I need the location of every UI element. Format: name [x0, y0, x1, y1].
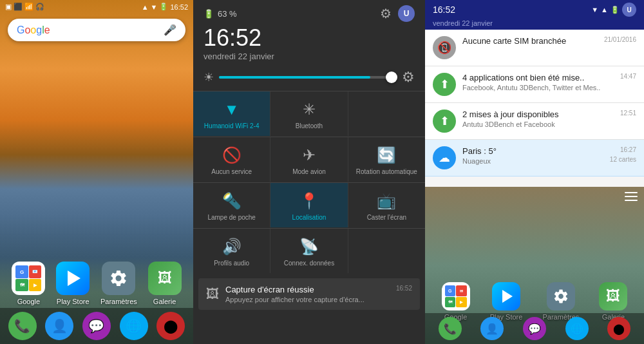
notif-card-sim[interactable]: 📵 Aucune carte SIM branchée 21/01/2016	[425, 30, 644, 66]
notif-content: Capture d'écran réussie Appuyez pour aff…	[225, 285, 390, 303]
location-tile-label: Localisation	[292, 214, 327, 221]
wifi-icon: ▼	[151, 3, 158, 11]
bottom-dock: 📞 👤 💬 🌐 ⬤	[0, 308, 193, 344]
qs-notification[interactable]: 🖼 Capture d'écran réussie Appuyez pour a…	[198, 278, 420, 310]
google-label: Google	[17, 298, 40, 305]
update2-notif-icon: ⬆	[433, 110, 456, 133]
notif-card-weather[interactable]: ☁ Paris : 5° Nuageux 16:27 12 cartes	[425, 140, 644, 177]
data-tile-label: Connex. données	[284, 260, 334, 267]
phone-button[interactable]: 📞	[8, 312, 37, 340]
user-avatar[interactable]: U	[398, 5, 415, 22]
qs-tile-cast[interactable]: 📺 Caster l'écran	[348, 183, 425, 227]
quick-settings-panel: 🔋 63 % ⚙ U 16:52 vendredi 22 janvier ☀ ⚙…	[193, 0, 425, 344]
airplane-tile-icon: ✈	[303, 146, 316, 164]
notif-contacts-button[interactable]: 👤	[480, 317, 504, 340]
qs-tile-wifi[interactable]: ▼ Humanoid WiFi 2-4	[193, 91, 270, 136]
brightness-low-icon: ☀	[204, 70, 214, 84]
notification-icon: ▣	[5, 3, 12, 11]
settings-icon	[102, 262, 135, 295]
notif-time: 16:52	[396, 285, 412, 292]
headphone-icon: 🎧	[35, 3, 44, 11]
notif-browser-button[interactable]: 🌐	[565, 317, 589, 340]
weather-notif-body: Paris : 5° Nuageux	[462, 146, 603, 165]
bluetooth-tile-label: Bluetooth	[296, 122, 323, 129]
notif-card-updates[interactable]: ⬆ 4 applications ont bien été mise.. Fac…	[425, 66, 644, 103]
google-icon: G 📧 🗺 ▶	[12, 262, 45, 295]
playstore-label: Play Store	[57, 298, 90, 305]
airplane-tile-label: Mode avion	[292, 168, 326, 175]
notifications-panel: 16:52 ▼ ▲ 🔋 U vendredi 22 janvier 📵 Aucu…	[425, 0, 644, 344]
qs-date: vendredi 22 janvier	[193, 52, 425, 66]
sim-notif-body: Aucune carte SIM branchée	[462, 36, 598, 46]
svg-rect-1	[625, 196, 638, 197]
weather-notif-icon: ☁	[433, 146, 456, 169]
notif-bottom-bar: 📞 👤 💬 🌐 ⬤	[425, 313, 644, 344]
updates-notif-title: 4 applications ont bien été mise..	[462, 73, 614, 82]
qs-tile-location[interactable]: 📍 Localisation	[270, 183, 347, 227]
notif-time-display: 16:52	[433, 5, 455, 15]
gallery-label: Galerie	[153, 298, 176, 305]
wifi-tile-icon: ▼	[224, 100, 240, 119]
notif-camera-button[interactable]: ⬤	[607, 317, 630, 340]
notif-settings-icon	[547, 282, 575, 311]
sim-icon: 📶	[24, 3, 33, 11]
app-google[interactable]: G 📧 🗺 ▶ Google	[12, 262, 45, 305]
updates-notif-body: 4 applications ont bien été mise.. Faceb…	[462, 73, 614, 91]
qs-tile-noservice[interactable]: 🚫 Aucun service	[193, 137, 270, 182]
update2-notif-time: 12:51	[620, 110, 636, 117]
qs-tile-data[interactable]: 📡 Connex. données	[270, 229, 347, 273]
updates-notif-sub: Facebook, Antutu 3DBench, Twitter et Mes…	[462, 84, 614, 91]
search-bar[interactable]: Google 🎤	[8, 19, 185, 41]
header-icons: ⚙ U	[380, 5, 415, 22]
brightness-thumb[interactable]	[386, 72, 397, 83]
rotation-tile-icon: 🔄	[377, 146, 396, 164]
brightness-high-icon: ⚙	[402, 69, 415, 86]
contacts-button[interactable]: 👤	[45, 312, 73, 340]
app-icon-row: G 📧 🗺 ▶ Google Play Store Paramètres	[0, 262, 193, 305]
rotation-tile-label: Rotation automatique	[356, 168, 417, 175]
screenshot-icon: ⬛	[14, 3, 23, 11]
mic-icon[interactable]: 🎤	[164, 24, 176, 36]
svg-rect-2	[625, 200, 638, 201]
notif-phone-button[interactable]: 📞	[439, 317, 462, 340]
qs-tiles-row1: ▼ Humanoid WiFi 2-4 ✳ Bluetooth	[193, 91, 425, 136]
battery-icon-qs: 🔋	[204, 9, 214, 19]
update2-notif-title: 2 mises à jour disponibles	[462, 110, 614, 119]
settings-gear-icon[interactable]: ⚙	[380, 6, 392, 21]
svg-rect-0	[625, 192, 638, 193]
status-right-icons: ▲ ▼ 🔋 16:52	[142, 3, 188, 11]
status-left-icons: ▣ ⬛ 📶 🎧	[5, 3, 44, 11]
qs-tile-bluetooth[interactable]: ✳ Bluetooth	[270, 91, 347, 136]
hamburger-icon[interactable]	[625, 192, 638, 204]
notif-play-icon	[492, 282, 520, 311]
sms-button[interactable]: 💬	[82, 312, 111, 340]
qs-time: 16:52	[193, 24, 425, 52]
sim-notif-icon: 📵	[433, 36, 456, 59]
sim-notif-time: 21/01/2016	[604, 36, 636, 43]
browser-button[interactable]: 🌐	[120, 312, 148, 340]
brightness-slider[interactable]	[219, 76, 397, 79]
flashlight-tile-icon: 🔦	[222, 192, 242, 210]
home-screen: ▣ ⬛ 📶 🎧 ▲ ▼ 🔋 16:52 Google 🎤 G 📧 🗺	[0, 0, 193, 344]
qs-tile-rotation[interactable]: 🔄 Rotation automatique	[348, 137, 425, 182]
battery-percent: 63 %	[218, 9, 237, 19]
status-bar-home: ▣ ⬛ 📶 🎧 ▲ ▼ 🔋 16:52	[0, 0, 193, 14]
app-settings[interactable]: Paramètres	[100, 262, 137, 305]
notif-card-update2[interactable]: ⬆ 2 mises à jour disponibles Antutu 3DBe…	[425, 103, 644, 140]
camera-button[interactable]: ⬤	[156, 312, 185, 340]
qs-tiles-row3: 🔦 Lampe de poche 📍 Localisation 📺 Caster…	[193, 182, 425, 227]
qs-tile-audio[interactable]: 🔊 Profils audio	[193, 229, 270, 273]
user-avatar-notif[interactable]: U	[622, 3, 636, 17]
app-gallery[interactable]: 🖼 Galerie	[148, 262, 182, 305]
notif-sms-button[interactable]: 💬	[523, 317, 546, 340]
google-logo: Google	[17, 24, 50, 36]
app-playstore[interactable]: Play Store	[56, 262, 90, 305]
notif-status-bar: 16:52 ▼ ▲ 🔋 U	[425, 0, 644, 19]
qs-tile-airplane[interactable]: ✈ Mode avion	[270, 137, 347, 182]
brightness-fill	[219, 76, 370, 79]
wifi-tile-label: Humanoid WiFi 2-4	[204, 122, 260, 129]
qs-tile-flashlight[interactable]: 🔦 Lampe de poche	[193, 183, 270, 227]
cast-tile-icon: 📺	[377, 192, 396, 210]
notif-wallpaper-bg: G ✉ 🗺 ▶ Google Play Store	[425, 187, 644, 344]
weather-notif-sub: Nuageux	[462, 157, 603, 165]
